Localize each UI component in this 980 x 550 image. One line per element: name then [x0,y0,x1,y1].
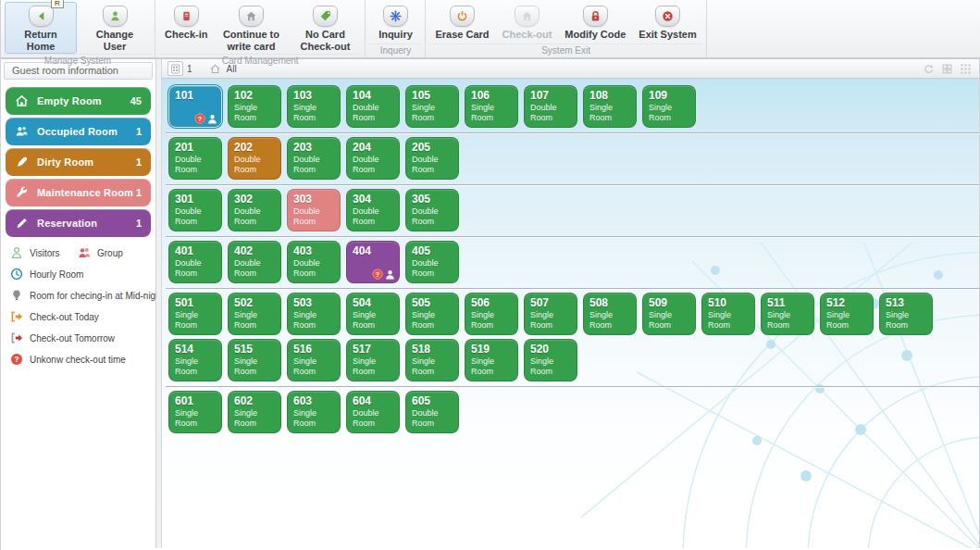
room-card-502[interactable]: 502Single Room [228,293,281,335]
room-card-104[interactable]: 104Double Room [346,85,400,128]
exit-system-button[interactable]: Exit System [633,2,701,44]
status-banner-maintenance-room[interactable]: Maintenance Room1 [6,179,151,206]
room-card-106[interactable]: 106Single Room [465,85,518,128]
room-card-519[interactable]: 519Single Room [465,339,518,381]
room-card-605[interactable]: 605Double Room [405,391,459,433]
room-card-304[interactable]: 304Double Room [346,189,400,231]
grid-2x2-icon[interactable] [941,63,953,75]
room-type: Double Room [175,155,219,176]
room-type: Single Room [649,310,693,331]
room-number: 105 [412,89,458,102]
room-card-512[interactable]: 512Single Room [820,293,874,335]
banner-count: 1 [136,187,142,198]
toolbar-group-label: Card Management [158,54,362,68]
change-user-button[interactable]: Change User [79,2,151,54]
room-card-305[interactable]: 305Double Room [405,189,459,231]
room-card-109[interactable]: 109Single Room [642,85,696,128]
bulb-icon [9,288,30,303]
room-card-402[interactable]: 402Double Room [228,241,281,283]
room-card-103[interactable]: 103Single Room [287,85,341,128]
main-panel: 1All [162,59,980,548]
continue-to-write-card-button[interactable]: Continue to write card [215,2,287,54]
room-card-108[interactable]: 108Single Room [583,85,637,128]
room-card-205[interactable]: 205Double Room [405,137,459,180]
shield-badge [583,6,608,27]
room-card-511[interactable]: 511Single Room [761,293,814,335]
room-card-514[interactable]: 514Single Room [168,339,222,381]
room-card-504[interactable]: 504Single Room [346,293,400,335]
room-card-507[interactable]: 507Single Room [524,293,577,335]
room-type: Single Room [293,356,338,378]
toolbar: R Return HomeChange UserManage SystemChe… [1,0,980,59]
button-label: Erase Card [435,29,489,41]
room-card-302[interactable]: 302Double Room [228,189,281,231]
no-card-check-out-button[interactable]: No Card Check-out [289,2,361,54]
room-card-506[interactable]: 506Single Room [465,293,518,335]
room-number: 516 [293,343,340,356]
checkout-tomorrow-icon [9,331,30,345]
room-card-101[interactable]: 101? [168,85,222,128]
room-type: Single Room [767,310,812,331]
refresh-icon[interactable] [923,63,935,75]
room-card-515[interactable]: 515Single Room [228,339,281,381]
room-type: Single Room [293,408,338,430]
room-card-105[interactable]: 105Single Room [405,85,459,128]
room-card-102[interactable]: 102Single Room [228,85,281,128]
room-card-503[interactable]: 503Single Room [287,293,341,335]
room-card-404[interactable]: 404? [346,241,400,283]
room-type: Single Room [293,103,338,124]
room-card-403[interactable]: 403Double Room [287,241,341,283]
room-card-602[interactable]: 602Single Room [228,391,281,433]
status-banner-occupied-room[interactable]: Occupied Room1 [6,118,151,145]
inquiry-button[interactable]: Inquiry [369,2,421,44]
legend: VisitorsGroupHourly RoomRoom for checing… [1,245,155,373]
toolbar-group-system-exit: Erase CardCheck-outModify CodeExit Syste… [426,0,706,57]
room-type: Single Room [826,310,871,331]
room-type: Double Room [293,206,338,228]
room-type: Double Room [530,103,575,124]
room-card-501[interactable]: 501Single Room [168,293,222,335]
grid-3x3-icon[interactable] [960,63,972,75]
erase-card-button[interactable]: Erase Card [429,2,494,44]
room-card-510[interactable]: 510Single Room [701,293,755,335]
room-card-509[interactable]: 509Single Room [642,293,696,335]
room-card-604[interactable]: 604Double Room [346,391,400,433]
status-banner-empty-room[interactable]: Empty Room45 [6,87,151,115]
room-type: Double Room [293,155,338,176]
room-card-202[interactable]: 202Double Room [228,137,281,180]
room-number: 519 [471,343,517,356]
room-card-508[interactable]: 508Single Room [583,293,637,335]
room-card-601[interactable]: 601Single Room [168,391,222,433]
banner-count: 1 [136,156,142,168]
room-card-513[interactable]: 513Single Room [879,293,933,335]
return-home-button[interactable]: Return Home [5,2,77,54]
room-card-204[interactable]: 204Double Room [346,137,400,180]
room-card-107[interactable]: 107Double Room [524,85,577,128]
room-card-401[interactable]: 401Double Room [168,241,222,283]
room-card-603[interactable]: 603Single Room [287,391,341,433]
room-card-505[interactable]: 505Single Room [405,293,459,335]
visitor-icon [9,245,30,260]
room-number: 504 [353,296,399,309]
status-banner-dirty-room[interactable]: Dirty Room1 [6,148,151,176]
modify-code-button[interactable]: Modify Code [559,2,631,44]
room-card-201[interactable]: 201Double Room [168,137,222,180]
room-card-203[interactable]: 203Double Room [287,137,341,180]
room-type: Single Room [649,103,693,124]
room-number: 510 [708,296,754,309]
room-number: 302 [234,193,280,206]
room-card-518[interactable]: 518Single Room [405,339,459,381]
room-card-517[interactable]: 517Single Room [346,339,400,381]
room-card-516[interactable]: 516Single Room [287,339,341,381]
room-number: 304 [353,193,399,206]
status-banner-reservation[interactable]: Reservation1 [6,209,151,237]
room-card-520[interactable]: 520Single Room [524,339,577,381]
shield-badge [515,6,540,27]
room-card-405[interactable]: 405Double Room [405,241,459,283]
room-card-301[interactable]: 301Double Room [168,189,222,231]
room-card-303[interactable]: 303Double Room [287,189,341,231]
room-number: 104 [353,89,399,102]
check-in-button[interactable]: Check-in [159,2,213,54]
legend-row: Hourly Room [9,267,155,281]
modify-code-icon [589,9,602,23]
